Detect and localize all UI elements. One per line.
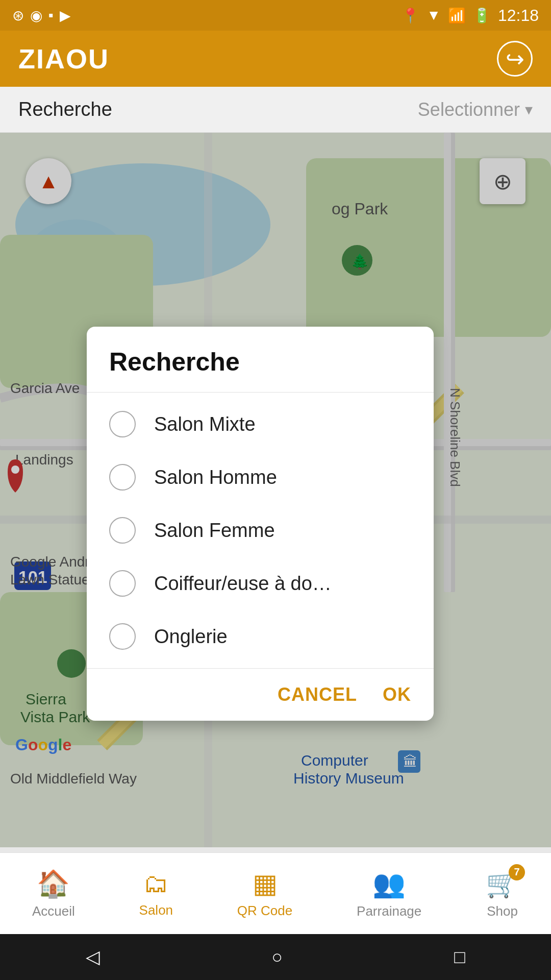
home-icon: 🏠 xyxy=(37,868,70,899)
signal-icon: 📶 xyxy=(448,7,466,24)
radio-salon-homme[interactable] xyxy=(109,464,136,491)
radio-salon-femme[interactable] xyxy=(109,517,136,544)
nav-shop[interactable]: 🛒 7 Shop xyxy=(486,868,519,919)
android-nav-bar: ◁ ○ □ xyxy=(0,934,551,980)
home-button[interactable]: ○ xyxy=(271,946,283,968)
selector-dropdown[interactable]: Selectionner ▾ xyxy=(418,99,533,120)
option-salon-homme[interactable]: Salon Homme xyxy=(87,451,434,504)
parrainage-icon: 👥 xyxy=(372,868,406,899)
status-bar: ⊛ ◉ ▪ ▶ 📍 ▼ 📶 🔋 12:18 xyxy=(0,0,551,31)
radio-coiffeur[interactable] xyxy=(109,570,136,597)
dialog-options-list: Salon Mixte Salon Homme Salon Femme Coif… xyxy=(87,393,434,669)
nav-parrainage-label: Parrainage xyxy=(357,903,421,919)
recherche-dialog: Recherche Salon Mixte Salon Homme Salon … xyxy=(87,327,434,721)
radio-onglerie[interactable] xyxy=(109,623,136,650)
app-icon-2: ◉ xyxy=(30,7,42,24)
status-icons-left: ⊛ ◉ ▪ ▶ xyxy=(12,7,71,24)
nav-accueil-label: Accueil xyxy=(32,903,75,919)
nav-parrainage[interactable]: 👥 Parrainage xyxy=(357,868,421,919)
nav-salon[interactable]: 🗂 Salon xyxy=(139,869,173,918)
radio-salon-mixte[interactable] xyxy=(109,411,136,437)
cancel-button[interactable]: CANCEL xyxy=(278,684,357,705)
option-onglerie[interactable]: Onglerie xyxy=(87,610,434,663)
app-icon-3: ▪ xyxy=(48,7,54,23)
option-coiffeur-label: Coiffeur/euse à do… xyxy=(154,573,332,595)
logout-button[interactable]: ↪ xyxy=(497,41,533,77)
dialog-actions: CANCEL OK xyxy=(87,669,434,721)
recents-button[interactable]: □ xyxy=(454,946,465,968)
salon-icon: 🗂 xyxy=(143,869,169,898)
app-title: ZIAOU xyxy=(18,43,109,75)
bottom-nav: 🏠 Accueil 🗂 Salon ▦ QR Code 👥 Parrainage… xyxy=(0,852,551,934)
option-salon-femme[interactable]: Salon Femme xyxy=(87,504,434,557)
option-salon-mixte[interactable]: Salon Mixte xyxy=(87,398,434,451)
nav-qrcode[interactable]: ▦ QR Code xyxy=(237,868,292,919)
option-salon-homme-label: Salon Homme xyxy=(154,467,277,488)
shop-badge: 7 xyxy=(509,864,525,880)
option-onglerie-label: Onglerie xyxy=(154,626,228,648)
app-icon-1: ⊛ xyxy=(12,7,24,24)
nav-salon-label: Salon xyxy=(139,902,173,918)
status-time: 12:18 xyxy=(498,6,539,25)
app-bar: ZIAOU ↪ xyxy=(0,31,551,87)
app-icon-4: ▶ xyxy=(60,7,71,24)
status-icons-right: 📍 ▼ 📶 🔋 12:18 xyxy=(402,6,539,25)
wifi-icon: ▼ xyxy=(427,7,441,23)
map-area: og Park 🌲 Sierra Vista Park Bayshore Fwy… xyxy=(0,133,551,847)
option-salon-mixte-label: Salon Mixte xyxy=(154,413,256,435)
option-salon-femme-label: Salon Femme xyxy=(154,520,275,542)
qrcode-icon: ▦ xyxy=(253,868,278,899)
logout-icon: ↪ xyxy=(506,46,524,72)
back-button[interactable]: ◁ xyxy=(86,946,100,968)
location-status-icon: 📍 xyxy=(402,7,419,24)
nav-accueil[interactable]: 🏠 Accueil xyxy=(32,868,75,919)
nav-shop-label: Shop xyxy=(487,903,518,919)
chevron-down-icon: ▾ xyxy=(525,101,533,118)
search-bar: Recherche Selectionner ▾ xyxy=(0,87,551,133)
dialog-title: Recherche xyxy=(87,327,434,393)
shop-badge-container: 🛒 7 xyxy=(486,868,519,899)
battery-icon: 🔋 xyxy=(473,7,491,24)
recherche-label: Recherche xyxy=(18,99,112,120)
selector-label: Selectionner xyxy=(418,99,520,120)
option-coiffeur[interactable]: Coiffeur/euse à do… xyxy=(87,557,434,610)
nav-qrcode-label: QR Code xyxy=(237,903,292,919)
ok-button[interactable]: OK xyxy=(383,684,411,705)
